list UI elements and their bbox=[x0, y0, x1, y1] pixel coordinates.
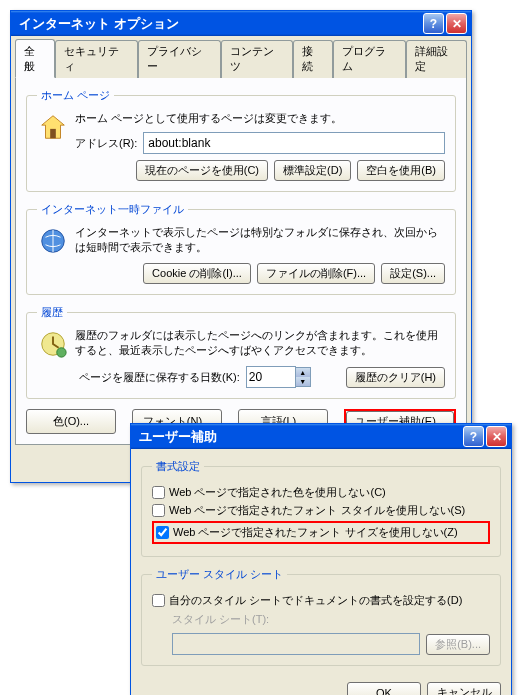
svg-point-4 bbox=[57, 348, 66, 357]
colors-button[interactable]: 色(O)... bbox=[26, 409, 116, 434]
tempfiles-settings-button[interactable]: 設定(S)... bbox=[381, 263, 445, 284]
svg-rect-1 bbox=[50, 129, 56, 138]
ignore-colors-label: Web ページで指定された色を使用しない(C) bbox=[169, 485, 386, 493]
homepage-desc: ホーム ページとして使用するページは変更できます。 bbox=[75, 111, 445, 126]
tab-privacy[interactable]: プライバシー bbox=[138, 40, 221, 78]
tab-advanced[interactable]: 詳細設定 bbox=[406, 40, 467, 78]
tab-strip: 全般 セキュリティ プライバシー コンテンツ 接続 プログラム 詳細設定 bbox=[11, 36, 471, 78]
delete-cookies-button[interactable]: Cookie の削除(I)... bbox=[143, 263, 251, 284]
sub-help-button[interactable]: ? bbox=[463, 426, 484, 447]
history-days-label: ページを履歴に保存する日数(K): bbox=[79, 370, 240, 385]
use-default-button[interactable]: 標準設定(D) bbox=[274, 160, 351, 181]
format-group: 書式設定 Web ページで指定された色を使用しない(C) Web ページで指定さ… bbox=[141, 459, 501, 493]
address-label: アドレス(R): bbox=[75, 136, 137, 151]
internet-options-window: インターネット オプション ? ✕ 全般 セキュリティ プライバシー コンテンツ… bbox=[10, 10, 472, 483]
history-legend: 履歴 bbox=[37, 305, 67, 320]
accessibility-window: ユーザー補助 ? ✕ 書式設定 Web ページで指定された色を使用しない(C) … bbox=[130, 423, 512, 493]
format-legend: 書式設定 bbox=[152, 459, 204, 474]
history-group: 履歴 履歴のフォルダには表示したページへのリンクが含まれます。これを使用すると、… bbox=[26, 305, 456, 399]
delete-files-button[interactable]: ファイルの削除(F)... bbox=[257, 263, 375, 284]
tempfiles-legend: インターネット一時ファイル bbox=[37, 202, 188, 217]
history-desc: 履歴のフォルダには表示したページへのリンクが含まれます。これを使用すると、最近表… bbox=[75, 328, 445, 360]
tab-content-area: ホーム ページ ホーム ページとして使用するページは変更できます。 アドレス(R… bbox=[15, 77, 467, 445]
history-icon bbox=[37, 328, 69, 360]
use-current-button[interactable]: 現在のページを使用(C) bbox=[136, 160, 268, 181]
sub-close-button[interactable]: ✕ bbox=[486, 426, 507, 447]
close-button[interactable]: ✕ bbox=[446, 13, 467, 34]
homepage-icon bbox=[37, 111, 69, 143]
tab-connections[interactable]: 接続 bbox=[293, 40, 333, 78]
sub-titlebar: ユーザー補助 ? ✕ bbox=[131, 424, 511, 449]
tab-content[interactable]: コンテンツ bbox=[221, 40, 293, 78]
tempfiles-icon bbox=[37, 225, 69, 257]
use-blank-button[interactable]: 空白を使用(B) bbox=[357, 160, 445, 181]
ignore-colors-checkbox[interactable] bbox=[152, 486, 165, 493]
titlebar: インターネット オプション ? ✕ bbox=[11, 11, 471, 36]
address-input[interactable] bbox=[143, 132, 445, 154]
tempfiles-desc: インターネットで表示したページは特別なフォルダに保存され、次回からは短時間で表示… bbox=[75, 225, 445, 257]
spin-up[interactable]: ▲ bbox=[296, 368, 310, 377]
homepage-legend: ホーム ページ bbox=[37, 88, 114, 103]
window-title: インターネット オプション bbox=[15, 15, 423, 33]
tempfiles-group: インターネット一時ファイル インターネットで表示したページは特別なフォルダに保存… bbox=[26, 202, 456, 295]
tab-programs[interactable]: プログラム bbox=[333, 40, 405, 78]
clear-history-button[interactable]: 履歴のクリア(H) bbox=[346, 367, 445, 388]
spin-down[interactable]: ▼ bbox=[296, 377, 310, 386]
tab-security[interactable]: セキュリティ bbox=[55, 40, 138, 78]
history-days-input[interactable] bbox=[246, 366, 296, 388]
homepage-group: ホーム ページ ホーム ページとして使用するページは変更できます。 アドレス(R… bbox=[26, 88, 456, 192]
sub-window-title: ユーザー補助 bbox=[135, 428, 463, 446]
help-button[interactable]: ? bbox=[423, 13, 444, 34]
tab-general[interactable]: 全般 bbox=[15, 39, 55, 78]
